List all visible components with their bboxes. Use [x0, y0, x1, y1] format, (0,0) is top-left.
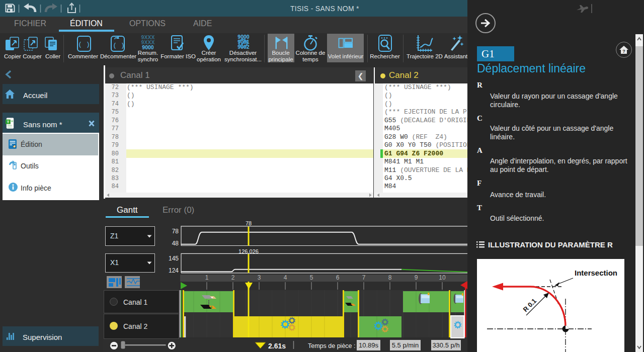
- svg-text:T: T: [7, 120, 9, 124]
- svg-text:R 0.1: R 0.1: [522, 297, 538, 314]
- svg-text:Intersection: Intersection: [575, 269, 617, 277]
- svg-text:?: ?: [622, 49, 625, 54]
